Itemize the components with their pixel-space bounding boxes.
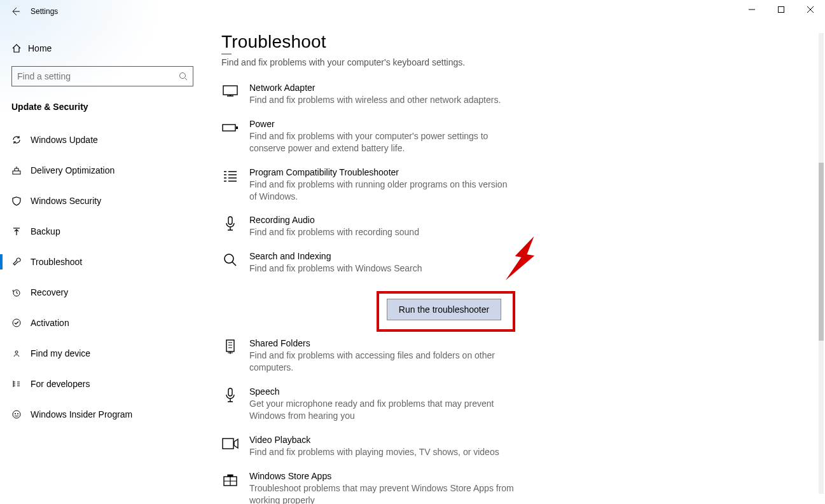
tile-description: Find and fix problems with your computer… [249,130,516,154]
sync-icon [11,135,31,145]
tile-title: Search and Indexing [249,251,422,261]
check-circle-icon [11,318,31,328]
search-icon [221,251,239,269]
svg-rect-11 [236,126,238,129]
svg-rect-14 [226,340,234,351]
tile-recording-audio[interactable]: Recording Audio Find and fix problems wi… [221,215,578,238]
svg-rect-12 [228,217,232,224]
tile-title: Shared Folders [249,338,516,348]
scrollbar-thumb[interactable] [819,163,824,341]
microphone-icon [221,215,239,233]
page-title: Troubleshoot [221,32,578,52]
sidebar-nav: Windows Update Delivery Optimization Win… [11,126,202,428]
run-troubleshooter-button[interactable]: Run the troubleshooter [387,299,501,320]
titlebar: Settings [0,0,825,23]
svg-point-5 [15,351,18,353]
scrollbar[interactable] [816,23,825,504]
tile-power[interactable]: Power Find and fix problems with your co… [221,119,578,154]
sidebar-home-label: Home [28,43,52,53]
sidebar-item-windows-update[interactable]: Windows Update [11,126,202,154]
svg-point-1 [180,73,186,79]
sidebar-item-recovery[interactable]: Recovery [11,278,202,306]
tile-video-playback[interactable]: Video Playback Find and fix problems wit… [221,435,578,458]
battery-icon [221,119,239,137]
tile-description: Find and fix problems with accessing fil… [249,350,516,374]
search-input[interactable] [17,71,179,81]
tile-title: Windows Store Apps [249,471,516,481]
sidebar-item-for-developers[interactable]: For developers [11,370,202,398]
svg-rect-2 [13,171,20,174]
network-adapter-icon [221,83,239,100]
sidebar-item-label: Activation [31,318,69,328]
sidebar-item-troubleshoot[interactable]: Troubleshoot [11,248,202,276]
divider [221,53,232,55]
tile-title: Video Playback [249,435,499,445]
tile-shared-folders[interactable]: Shared Folders Find and fix problems wit… [221,338,578,374]
recovery-icon [11,287,31,297]
sidebar-home[interactable]: Home [11,37,202,60]
delivery-icon [11,165,31,175]
tile-description: Find and fix problems with running older… [249,179,516,203]
tile-description: Find and fix problems with Windows Searc… [249,262,422,275]
sidebar-item-windows-security[interactable]: Windows Security [11,187,202,215]
sidebar-item-label: Windows Security [31,196,101,206]
home-icon [11,43,28,53]
tile-speech[interactable]: Speech Get your microphone ready and fix… [221,386,578,422]
tile-search-and-indexing[interactable]: Search and Indexing Find and fix problem… [221,251,578,275]
shield-icon [11,196,31,206]
store-icon [221,471,239,489]
tile-description: Find and fix problems with playing movie… [249,446,499,458]
tile-title: Program Compatibility Troubleshooter [249,167,516,177]
maximize-button[interactable] [766,0,796,19]
sidebar-item-label: Windows Insider Program [31,409,132,419]
sidebar-item-delivery-optimization[interactable]: Delivery Optimization [11,156,202,184]
sidebar: Home Update & Security Windows Update De… [11,37,202,431]
shared-folder-icon [221,338,239,356]
developers-icon [11,379,31,389]
wrench-icon [11,257,31,267]
svg-rect-0 [779,7,784,13]
troubleshooter-list: Network Adapter Find and fix problems wi… [221,83,578,504]
tile-title: Speech [249,386,516,397]
tile-windows-store-apps[interactable]: Windows Store Apps Troubleshoot problems… [221,471,578,504]
sidebar-item-backup[interactable]: Backup [11,217,202,245]
tile-title: Recording Audio [249,215,419,225]
sidebar-item-find-my-device[interactable]: Find my device [11,339,202,367]
backup-icon [11,226,31,236]
minimize-icon [749,6,755,13]
tile-title: Power [249,119,516,129]
sidebar-item-windows-insider[interactable]: Windows Insider Program [11,400,202,428]
svg-point-8 [17,413,18,414]
list-icon [221,167,239,185]
svg-point-13 [225,254,233,263]
page-top-description: Find and fix problems with your computer… [221,57,578,67]
svg-point-6 [13,411,20,418]
svg-rect-10 [223,125,235,131]
tile-description: Find and fix problems with wireless and … [249,94,501,106]
microphone-icon [221,386,239,404]
tile-description: Find and fix problems with recording sou… [249,226,419,238]
window-title: Settings [31,7,58,16]
tile-program-compatibility[interactable]: Program Compatibility Troubleshooter Fin… [221,167,578,203]
tile-description: Troubleshoot problems that may prevent W… [249,482,516,504]
minimize-button[interactable] [737,0,766,19]
svg-rect-15 [228,388,232,396]
svg-point-4 [13,319,20,327]
search-box[interactable] [11,66,193,86]
sidebar-item-label: Backup [31,226,60,236]
main-content: Troubleshoot Find and fix problems with … [221,32,578,504]
video-icon [221,435,239,453]
back-button[interactable] [0,0,31,23]
insider-icon [11,409,31,419]
window-controls [737,0,825,19]
tile-network-adapter[interactable]: Network Adapter Find and fix problems wi… [221,83,578,106]
close-button[interactable] [796,0,825,19]
sidebar-section-title: Update & Security [11,102,202,112]
sidebar-item-label: Windows Update [31,135,98,145]
sidebar-item-label: Troubleshoot [31,257,82,267]
run-troubleshooter-region: Run the troubleshooter [249,289,578,325]
svg-rect-16 [223,439,233,449]
maximize-icon [778,6,784,13]
sidebar-item-label: Recovery [31,287,68,297]
sidebar-item-activation[interactable]: Activation [11,309,202,337]
